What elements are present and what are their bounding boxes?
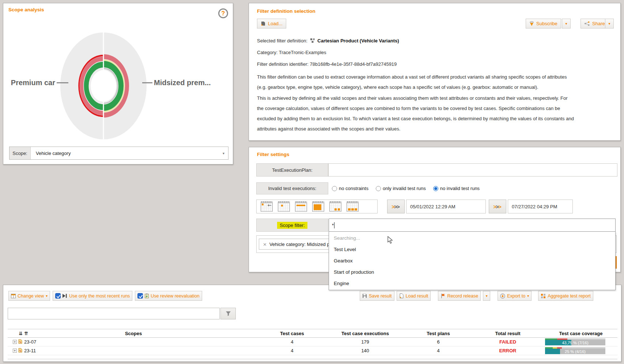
save-result-button[interactable]: Save result [360, 291, 394, 301]
report-document-icon [18, 339, 22, 345]
funnel-icon [226, 311, 231, 316]
donut-label-midsized: Midsized prem... [154, 79, 232, 87]
svg-text:P: P [146, 295, 148, 298]
subscribe-funnel-icon [529, 21, 534, 26]
scope-name[interactable]: 23-11 [24, 348, 36, 353]
scope-filter-dropdown: Searching... Test Level Gearbox Start of… [329, 232, 616, 290]
load-page-icon [399, 293, 404, 298]
scope-filter-label-cell: Scope filter: [256, 219, 328, 232]
table-row[interactable]: + 23-07 4 179 6 FAILED 43,75 % (7/16) [8, 338, 617, 346]
jump-to-end-button[interactable]: >>> [489, 200, 506, 213]
header-test-cases: Test cases [259, 329, 325, 337]
calendar-day-icon[interactable] [278, 201, 290, 212]
use-review-reevaluation-toggle[interactable]: P Use review reevaluation [135, 291, 202, 301]
cartesian-product-icon [310, 38, 316, 44]
radio-icon[interactable] [376, 186, 381, 191]
selected-filter-name: Cartesian Product (Vehicle Variants) [317, 38, 399, 43]
scope-select-label: Scope: [10, 147, 31, 159]
app-root: Scope analysis ? Premium car Midsized pr… [0, 0, 624, 364]
load-result-button[interactable]: Load result [397, 291, 431, 301]
table-footer-spacer [8, 355, 617, 359]
coverage-progress-bar: 43,75 % (7/16) [545, 340, 605, 345]
scope-filter-input[interactable]: * [329, 219, 616, 232]
layout-view-icon [11, 294, 16, 298]
scope-cell: + 23-07 [8, 338, 259, 346]
scope-name[interactable]: 23-07 [24, 339, 36, 345]
calendar-month-icon[interactable] [312, 201, 324, 212]
calendar-presets-bar: ← [256, 200, 378, 213]
dropdown-item-gearbox[interactable]: Gearbox [329, 255, 615, 266]
coverage-bar: 43,75 % (7/16) [545, 338, 605, 345]
filter-description-paragraph-1: This filter definition can be used to ex… [257, 72, 574, 92]
load-document-icon [261, 21, 266, 26]
dropdown-item-engine[interactable]: Engine [329, 278, 615, 289]
results-toolbar-right: Save result Load result Record release ▾ [360, 291, 593, 301]
table-filter-button[interactable] [220, 308, 236, 319]
calendar-weekend-icon[interactable] [329, 201, 341, 212]
calendar-week-icon[interactable] [295, 201, 307, 212]
chevron-down-icon: ▾ [46, 294, 48, 298]
total-result-badge: FAILED [471, 338, 544, 346]
header-test-plans: Test plans [405, 329, 471, 337]
remove-tag-icon[interactable]: × [263, 242, 267, 247]
dropdown-item-searching: Searching... [329, 232, 615, 244]
filter-definition-title: Filter definition selection [257, 8, 315, 14]
coverage-text: 43,75 % (7/16) [545, 340, 605, 345]
aggregate-squares-icon [541, 293, 546, 299]
load-filter-button[interactable]: Load... [257, 19, 286, 29]
skip-to-latest-icon [63, 294, 67, 298]
scope-donut-chart[interactable] [3, 14, 234, 142]
expand-row-icon[interactable]: + [13, 349, 17, 353]
scope-analysis-panel: Scope analysis ? Premium car Midsized pr… [3, 3, 233, 164]
scope-filter-label-highlight: Scope filter: [277, 222, 307, 229]
share-button[interactable]: Share [580, 19, 609, 29]
radio-only-invalid-test-runs[interactable]: only invalid test runs [376, 186, 426, 191]
test-cases-cell: 4 [259, 346, 325, 355]
filter-description-paragraph-2: This is achieved by defining all the val… [257, 93, 574, 134]
radio-icon[interactable] [433, 186, 438, 191]
use-recent-runs-toggle[interactable]: Use only the most recent runs [53, 291, 132, 301]
calendar-lastdays-icon[interactable] [347, 201, 359, 212]
dropdown-item-test-level[interactable]: Test Level [329, 244, 615, 255]
test-plans-cell: 4 [405, 346, 471, 355]
aggregate-test-report-button[interactable]: Aggregate test report [538, 291, 593, 301]
export-to-button[interactable]: Export to ▾ [498, 291, 532, 301]
record-release-dropdown-button[interactable]: ▾ [483, 291, 490, 301]
executions-cell: 140 [325, 346, 405, 355]
label-line-left [57, 82, 68, 83]
subscribe-dropdown-button[interactable]: ▾ [562, 19, 571, 29]
identifier-line: Filter definition identifier: 78b168fb-4… [257, 61, 397, 67]
radio-no-invalid-test-runs[interactable]: no invalid test runs [433, 186, 480, 191]
table-row[interactable]: + 23-11 4 140 4 ERROR 25 % (4/16) [8, 346, 617, 355]
expand-row-icon[interactable]: + [13, 340, 17, 344]
scope-select[interactable]: Vehicle category ▾ [31, 147, 228, 159]
jump-to-start-button[interactable]: >>> [387, 200, 405, 213]
calendar-back-icon[interactable]: ← [261, 201, 273, 212]
scope-select-row: Scope: Vehicle category ▾ [9, 147, 228, 160]
radio-icon[interactable] [332, 186, 337, 191]
results-toolbar-left: Change view ▾ Use only the most recent r… [8, 291, 202, 301]
change-view-button[interactable]: Change view ▾ [8, 291, 50, 301]
checkbox-checked-icon[interactable] [55, 293, 61, 299]
chevron-down-icon: ▾ [608, 22, 610, 26]
date-from-input[interactable]: 05/01/2022 12:29 AM [406, 200, 486, 213]
coverage-cell: 43,75 % (7/16) [544, 338, 617, 346]
radio-no-constraints[interactable]: no constraints [332, 186, 368, 191]
record-release-button[interactable]: Record release [438, 291, 481, 301]
share-dropdown-button[interactable]: ▾ [605, 19, 614, 29]
date-to-input[interactable]: 07/27/2022 04:29 PM [508, 200, 573, 213]
dropdown-item-start-of-production[interactable]: Start of production [329, 266, 615, 278]
coverage-bar: 25 % (4/16) [545, 347, 605, 354]
scope-cell: + 23-11 [8, 346, 259, 355]
filter-settings-panel: Filter settings TestExecutionPlan: Inval… [249, 147, 621, 272]
header-test-case-coverage: Test case coverage [544, 329, 617, 337]
chevron-down-icon: ▾ [565, 22, 567, 26]
scope-filter-input-value: * [332, 223, 334, 228]
test-plans-cell: 6 [405, 338, 471, 346]
results-panel: Change view ▾ Use only the most recent r… [3, 285, 621, 362]
share-network-icon [584, 21, 590, 26]
table-search-input[interactable] [8, 308, 220, 319]
subscribe-button[interactable]: Subscribe [526, 19, 561, 29]
checkbox-checked-icon[interactable] [137, 293, 143, 299]
test-execution-plan-input[interactable] [328, 163, 617, 177]
